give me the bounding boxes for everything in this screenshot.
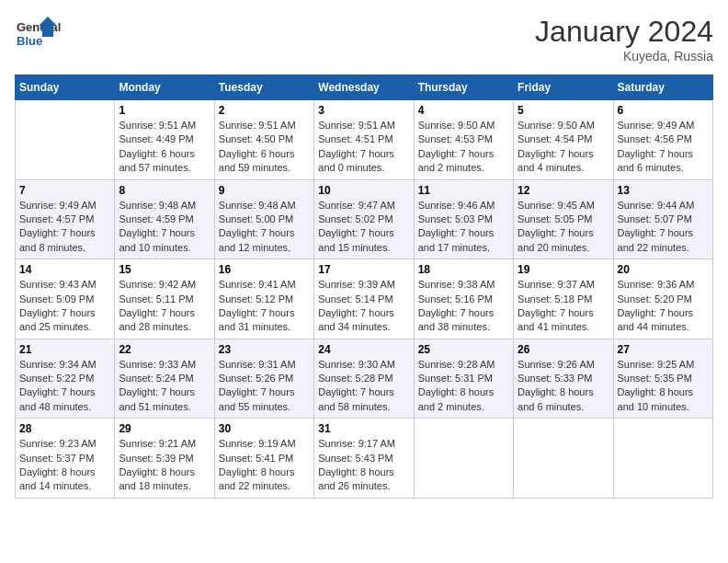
sunset-text: Sunset: 4:50 PM: [219, 132, 310, 146]
week-row-4: 21 Sunrise: 9:34 AM Sunset: 5:22 PM Dayl…: [16, 339, 713, 419]
day-cell: 2 Sunrise: 9:51 AM Sunset: 4:50 PM Dayli…: [214, 100, 313, 180]
day-number: 12: [518, 184, 609, 197]
daylight-text: Daylight: 7 hours and 51 minutes.: [119, 385, 210, 414]
calendar-table: SundayMondayTuesdayWednesdayThursdayFrid…: [15, 75, 713, 499]
daylight-text: Daylight: 7 hours and 38 minutes.: [418, 306, 509, 335]
sunset-text: Sunset: 5:26 PM: [219, 372, 310, 385]
day-cell: [514, 419, 613, 499]
col-header-monday: Monday: [115, 75, 214, 100]
day-cell: 3 Sunrise: 9:51 AM Sunset: 4:51 PM Dayli…: [314, 100, 414, 180]
week-row-5: 28 Sunrise: 9:23 AM Sunset: 5:37 PM Dayl…: [16, 419, 713, 499]
day-number: 31: [318, 422, 409, 435]
day-cell: 26 Sunrise: 9:26 AM Sunset: 5:33 PM Dayl…: [514, 339, 613, 419]
day-cell: 1 Sunrise: 9:51 AM Sunset: 4:49 PM Dayli…: [115, 100, 214, 180]
sunrise-text: Sunrise: 9:34 AM: [19, 358, 110, 372]
daylight-text: Daylight: 7 hours and 58 minutes.: [318, 385, 409, 414]
sunrise-text: Sunrise: 9:38 AM: [418, 278, 509, 292]
daylight-text: Daylight: 7 hours and 17 minutes.: [418, 226, 509, 255]
sunrise-text: Sunrise: 9:39 AM: [318, 278, 409, 292]
day-cell: 4 Sunrise: 9:50 AM Sunset: 4:53 PM Dayli…: [414, 100, 513, 180]
day-info: Sunrise: 9:37 AM Sunset: 5:18 PM Dayligh…: [518, 278, 609, 335]
day-cell: 29 Sunrise: 9:21 AM Sunset: 5:39 PM Dayl…: [115, 419, 214, 499]
sunset-text: Sunset: 5:35 PM: [618, 372, 709, 385]
day-cell: 21 Sunrise: 9:34 AM Sunset: 5:22 PM Dayl…: [16, 339, 115, 419]
sunrise-text: Sunrise: 9:44 AM: [618, 199, 709, 213]
day-info: Sunrise: 9:51 AM Sunset: 4:49 PM Dayligh…: [119, 119, 210, 176]
sunrise-text: Sunrise: 9:36 AM: [618, 278, 709, 292]
day-cell: 22 Sunrise: 9:33 AM Sunset: 5:24 PM Dayl…: [115, 339, 214, 419]
day-number: 2: [219, 104, 310, 117]
header-row: SundayMondayTuesdayWednesdayThursdayFrid…: [16, 75, 713, 100]
day-info: Sunrise: 9:48 AM Sunset: 5:00 PM Dayligh…: [219, 199, 310, 256]
day-cell: 15 Sunrise: 9:42 AM Sunset: 5:11 PM Dayl…: [115, 259, 214, 339]
day-info: Sunrise: 9:17 AM Sunset: 5:43 PM Dayligh…: [318, 437, 409, 494]
day-info: Sunrise: 9:38 AM Sunset: 5:16 PM Dayligh…: [418, 278, 509, 335]
day-info: Sunrise: 9:49 AM Sunset: 4:57 PM Dayligh…: [19, 199, 110, 256]
day-number: 29: [119, 422, 210, 435]
sunrise-text: Sunrise: 9:33 AM: [119, 358, 210, 372]
day-info: Sunrise: 9:49 AM Sunset: 4:56 PM Dayligh…: [618, 119, 709, 176]
day-info: Sunrise: 9:28 AM Sunset: 5:31 PM Dayligh…: [418, 358, 509, 415]
day-number: 3: [318, 104, 409, 117]
day-number: 7: [19, 184, 110, 197]
day-number: 5: [518, 104, 609, 117]
sunrise-text: Sunrise: 9:43 AM: [19, 278, 110, 292]
day-number: 23: [219, 343, 310, 356]
sunset-text: Sunset: 5:11 PM: [119, 293, 210, 306]
sunset-text: Sunset: 5:22 PM: [19, 372, 110, 385]
day-number: 24: [318, 343, 409, 356]
day-cell: [613, 419, 712, 499]
day-cell: 23 Sunrise: 9:31 AM Sunset: 5:26 PM Dayl…: [214, 339, 313, 419]
day-info: Sunrise: 9:50 AM Sunset: 4:53 PM Dayligh…: [418, 119, 509, 176]
sunrise-text: Sunrise: 9:51 AM: [219, 119, 310, 132]
col-header-wednesday: Wednesday: [314, 75, 414, 100]
day-cell: 12 Sunrise: 9:45 AM Sunset: 5:05 PM Dayl…: [514, 179, 613, 259]
day-info: Sunrise: 9:36 AM Sunset: 5:20 PM Dayligh…: [618, 278, 709, 335]
day-number: 4: [418, 104, 509, 117]
sunset-text: Sunset: 5:18 PM: [518, 293, 609, 306]
sunrise-text: Sunrise: 9:21 AM: [119, 437, 210, 451]
sunrise-text: Sunrise: 9:49 AM: [19, 199, 110, 213]
sunrise-text: Sunrise: 9:25 AM: [618, 358, 709, 372]
day-info: Sunrise: 9:21 AM Sunset: 5:39 PM Dayligh…: [119, 437, 210, 494]
day-cell: 19 Sunrise: 9:37 AM Sunset: 5:18 PM Dayl…: [514, 259, 613, 339]
sunset-text: Sunset: 5:09 PM: [19, 293, 110, 306]
sunrise-text: Sunrise: 9:31 AM: [219, 358, 310, 372]
svg-text:General: General: [17, 20, 61, 34]
daylight-text: Daylight: 7 hours and 25 minutes.: [19, 306, 110, 335]
daylight-text: Daylight: 7 hours and 8 minutes.: [19, 226, 110, 255]
day-info: Sunrise: 9:47 AM Sunset: 5:02 PM Dayligh…: [318, 199, 409, 256]
sunset-text: Sunset: 5:02 PM: [318, 213, 409, 226]
daylight-text: Daylight: 7 hours and 10 minutes.: [119, 226, 210, 255]
col-header-saturday: Saturday: [613, 75, 712, 100]
sunrise-text: Sunrise: 9:49 AM: [618, 119, 709, 132]
daylight-text: Daylight: 7 hours and 20 minutes.: [518, 226, 609, 255]
day-info: Sunrise: 9:51 AM Sunset: 4:51 PM Dayligh…: [318, 119, 409, 176]
sunset-text: Sunset: 5:00 PM: [219, 213, 310, 226]
sunset-text: Sunset: 4:59 PM: [119, 213, 210, 226]
day-info: Sunrise: 9:43 AM Sunset: 5:09 PM Dayligh…: [19, 278, 110, 335]
day-number: 1: [119, 104, 210, 117]
sunset-text: Sunset: 5:33 PM: [518, 372, 609, 385]
sunrise-text: Sunrise: 9:41 AM: [219, 278, 310, 292]
sunrise-text: Sunrise: 9:51 AM: [318, 119, 409, 132]
day-number: 8: [119, 184, 210, 197]
day-info: Sunrise: 9:39 AM Sunset: 5:14 PM Dayligh…: [318, 278, 409, 335]
daylight-text: Daylight: 7 hours and 44 minutes.: [618, 306, 709, 335]
sunset-text: Sunset: 4:54 PM: [518, 132, 609, 146]
day-cell: 25 Sunrise: 9:28 AM Sunset: 5:31 PM Dayl…: [414, 339, 513, 419]
daylight-text: Daylight: 7 hours and 55 minutes.: [219, 385, 310, 414]
daylight-text: Daylight: 6 hours and 59 minutes.: [219, 147, 310, 176]
logo: General Blue: [15, 15, 61, 56]
day-info: Sunrise: 9:23 AM Sunset: 5:37 PM Dayligh…: [19, 437, 110, 494]
daylight-text: Daylight: 8 hours and 22 minutes.: [219, 465, 310, 494]
day-number: 27: [618, 343, 709, 356]
sunset-text: Sunset: 5:43 PM: [318, 452, 409, 465]
daylight-text: Daylight: 7 hours and 31 minutes.: [219, 306, 310, 335]
day-number: 16: [219, 263, 310, 276]
day-cell: 14 Sunrise: 9:43 AM Sunset: 5:09 PM Dayl…: [16, 259, 115, 339]
daylight-text: Daylight: 7 hours and 6 minutes.: [618, 147, 709, 176]
sunrise-text: Sunrise: 9:48 AM: [219, 199, 310, 213]
daylight-text: Daylight: 7 hours and 22 minutes.: [618, 226, 709, 255]
day-number: 14: [19, 263, 110, 276]
